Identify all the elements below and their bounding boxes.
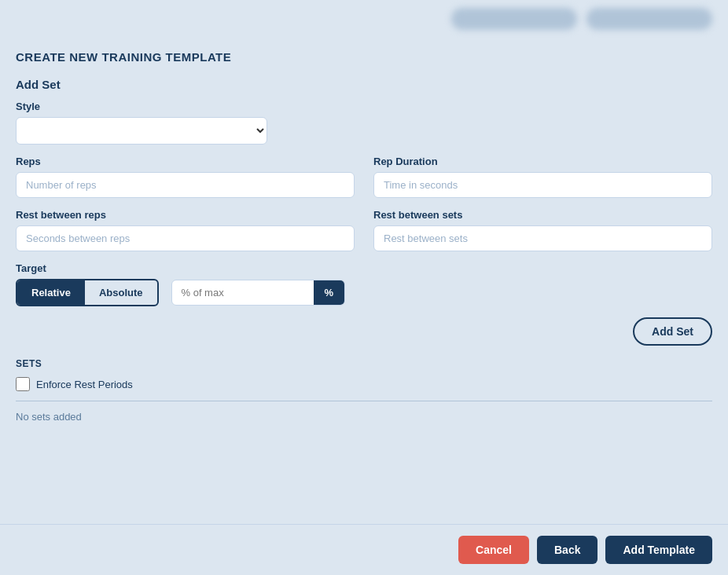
no-sets-text: No sets added: [16, 411, 712, 423]
add-set-row: Add Set: [16, 317, 712, 346]
reps-label: Reps: [16, 156, 355, 167]
sets-label: SETS: [16, 358, 712, 369]
page-title: CREATE NEW TRAINING TEMPLATE: [16, 50, 712, 64]
rest-sets-col: Rest between sets: [373, 209, 712, 251]
enforce-rest-label: Enforce Rest Periods: [36, 379, 133, 390]
add-template-button[interactable]: Add Template: [605, 536, 712, 564]
target-toggle-group: Relative Absolute: [16, 279, 159, 306]
target-label: Target: [16, 262, 712, 274]
rest-between-sets-label: Rest between sets: [373, 209, 712, 221]
top-bar: [0, 0, 728, 38]
rest-between-reps-input[interactable]: [16, 225, 355, 251]
add-set-section-title: Add Set: [16, 78, 712, 91]
rep-duration-input[interactable]: [373, 172, 712, 198]
enforce-rest-row: Enforce Rest Periods: [16, 377, 712, 391]
blurred-element-2: [586, 8, 712, 30]
cancel-button[interactable]: Cancel: [458, 536, 529, 564]
reps-input[interactable]: [16, 172, 355, 198]
percent-input-wrapper: %: [171, 280, 346, 306]
rest-reps-col: Rest between reps: [16, 209, 355, 251]
rest-between-sets-input[interactable]: [373, 225, 712, 251]
rest-between-reps-label: Rest between reps: [16, 209, 355, 221]
percent-button[interactable]: %: [314, 280, 345, 305]
sets-divider: [16, 401, 712, 401]
rep-duration-col: Rep Duration: [373, 156, 712, 198]
reps-duration-row: Reps Rep Duration: [16, 156, 712, 198]
target-row: Relative Absolute %: [16, 279, 712, 306]
absolute-button[interactable]: Absolute: [85, 280, 157, 305]
sets-section: SETS Enforce Rest Periods No sets added: [16, 358, 712, 423]
footer: Cancel Back Add Template: [0, 524, 728, 575]
rep-duration-label: Rep Duration: [373, 156, 712, 167]
relative-button[interactable]: Relative: [17, 280, 85, 305]
reps-col: Reps: [16, 156, 355, 198]
add-set-button[interactable]: Add Set: [633, 317, 712, 346]
rest-row: Rest between reps Rest between sets: [16, 209, 712, 251]
style-group: Style: [16, 101, 712, 145]
page-wrapper: CREATE NEW TRAINING TEMPLATE Add Set Sty…: [0, 0, 728, 575]
style-label: Style: [16, 101, 712, 112]
back-button[interactable]: Back: [537, 536, 597, 564]
blurred-element-1: [451, 8, 577, 30]
enforce-rest-checkbox[interactable]: [16, 377, 30, 391]
style-select[interactable]: [16, 117, 267, 145]
target-group: Target Relative Absolute %: [16, 262, 712, 306]
percent-of-max-input[interactable]: [172, 280, 314, 305]
main-content: CREATE NEW TRAINING TEMPLATE Add Set Sty…: [0, 38, 728, 524]
